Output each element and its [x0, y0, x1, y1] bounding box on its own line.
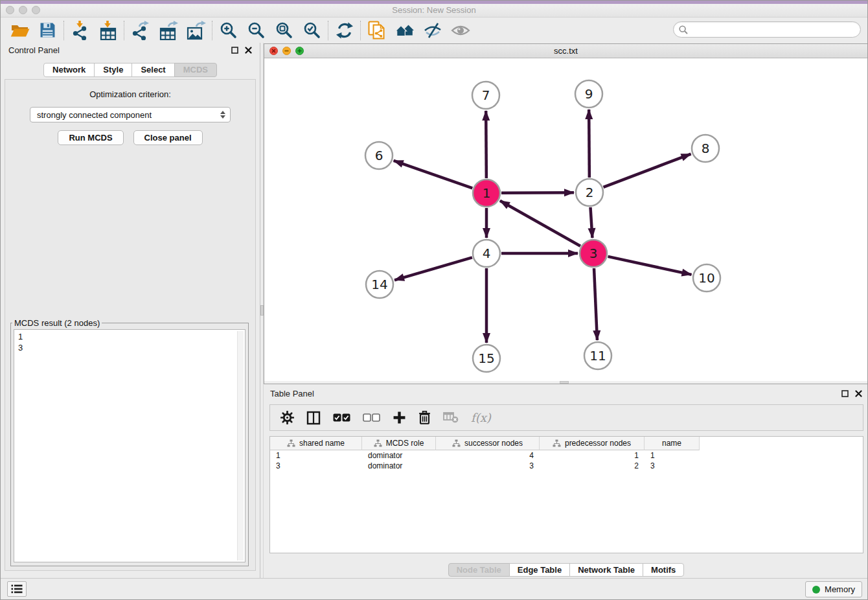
edge-1-7[interactable]: [486, 111, 486, 178]
node-label: 15: [478, 351, 494, 366]
home-icon[interactable]: [391, 19, 418, 41]
edge-2-9[interactable]: [589, 110, 589, 178]
tab-mcds[interactable]: MCDS: [174, 63, 217, 77]
refresh-layout-icon[interactable]: [330, 19, 358, 41]
node-3[interactable]: 3: [580, 240, 607, 267]
save-session-icon[interactable]: [34, 19, 62, 41]
table-cell: dominator: [362, 450, 436, 461]
float-panel-icon[interactable]: [231, 47, 238, 54]
select-all-icon[interactable]: [333, 413, 350, 422]
optimization-criterion-select[interactable]: strongly connected component: [30, 107, 231, 122]
node-7[interactable]: 7: [472, 82, 499, 109]
minimize-network-icon[interactable]: [282, 47, 291, 55]
add-row-icon[interactable]: [393, 411, 406, 424]
column-header-mcds-role[interactable]: MCDS role: [362, 437, 436, 450]
edge-1-6[interactable]: [394, 161, 473, 188]
node-8[interactable]: 8: [692, 135, 719, 162]
column-header-shared-name[interactable]: shared name: [270, 437, 362, 450]
edge-3-11[interactable]: [594, 268, 597, 340]
edge-3-1[interactable]: [500, 201, 580, 246]
close-panel-button[interactable]: Close panel: [133, 130, 203, 145]
memory-button[interactable]: Memory: [805, 581, 862, 597]
show-all-icon[interactable]: [446, 19, 474, 41]
zoom-in-icon[interactable]: [214, 19, 242, 41]
memory-label: Memory: [825, 584, 855, 594]
toolbar-separator: [212, 21, 212, 40]
edge-4-14[interactable]: [394, 257, 472, 280]
titlebar[interactable]: Session: New Session: [1, 4, 867, 17]
node-4[interactable]: 4: [473, 240, 500, 267]
task-history-button[interactable]: [7, 581, 27, 597]
node-14[interactable]: 14: [366, 271, 393, 298]
import-network-icon[interactable]: [66, 19, 94, 41]
search-input[interactable]: [673, 21, 861, 38]
node-label: 2: [586, 185, 594, 200]
export-network-icon[interactable]: [126, 19, 154, 41]
tab-edge-table[interactable]: Edge Table: [509, 563, 570, 577]
export-table-icon[interactable]: [154, 19, 182, 41]
column-header-name[interactable]: name: [645, 437, 700, 450]
mcds-result-text[interactable]: 1 3: [14, 329, 246, 562]
splitter-grip[interactable]: [560, 381, 569, 384]
toolbar-separator: [360, 21, 361, 40]
table-cell: 3: [436, 461, 540, 471]
maximize-window-icon[interactable]: [32, 6, 40, 14]
control-panel-tabs: Network Style Select MCDS: [1, 63, 260, 77]
node-2[interactable]: 2: [576, 179, 603, 206]
tab-network[interactable]: Network: [43, 63, 95, 77]
control-panel: Control Panel Network Style Select MCDS …: [1, 43, 260, 572]
export-image-icon[interactable]: [182, 19, 210, 41]
tab-select[interactable]: Select: [131, 63, 174, 77]
tab-motifs[interactable]: Motifs: [643, 563, 684, 577]
search-icon: [679, 25, 688, 34]
column-header-predecessor-nodes[interactable]: predecessor nodes: [540, 437, 645, 450]
table-panel-title: Table Panel: [270, 389, 314, 398]
network-bottom-splitter[interactable]: [264, 381, 867, 384]
edge-1-2[interactable]: [501, 192, 574, 193]
table-cell: 3: [645, 461, 700, 471]
network-canvas-svg: 7968124314101511: [264, 58, 867, 382]
table-row[interactable]: 3dominator323: [270, 461, 863, 471]
edge-2-8[interactable]: [604, 154, 691, 187]
tree-icon: [374, 439, 382, 447]
delete-table-icon: [443, 412, 459, 423]
node-1[interactable]: 1: [473, 179, 500, 207]
close-network-icon[interactable]: [269, 47, 278, 55]
edge-2-3[interactable]: [590, 207, 592, 238]
tab-node-table[interactable]: Node Table: [448, 563, 510, 577]
node-15[interactable]: 15: [473, 345, 500, 372]
tree-icon: [553, 439, 561, 447]
table-row[interactable]: 1dominator411: [270, 450, 863, 461]
close-panel-icon[interactable]: [245, 47, 252, 54]
network-window-titlebar[interactable]: scc.txt: [264, 44, 867, 58]
hide-selected-icon[interactable]: [418, 19, 446, 41]
result-scrollbar[interactable]: [237, 331, 244, 560]
close-window-icon[interactable]: [6, 6, 14, 14]
delete-row-icon[interactable]: [418, 411, 431, 424]
open-session-icon[interactable]: [6, 19, 34, 41]
node-10[interactable]: 10: [693, 264, 720, 292]
edge-3-10[interactable]: [608, 257, 691, 275]
column-header-successor-nodes[interactable]: successor nodes: [436, 437, 540, 450]
zoom-out-icon[interactable]: [242, 19, 270, 41]
deselect-all-icon[interactable]: [363, 413, 380, 422]
network-canvas[interactable]: 7968124314101511: [264, 58, 867, 381]
network-from-file-icon[interactable]: [363, 19, 391, 41]
zoom-network-icon[interactable]: [295, 47, 304, 55]
node-11[interactable]: 11: [584, 342, 611, 369]
zoom-fit-icon[interactable]: [270, 19, 298, 41]
settings-gear-icon[interactable]: [280, 411, 294, 424]
run-mcds-button[interactable]: Run MCDS: [58, 130, 123, 145]
float-panel-icon[interactable]: [841, 390, 849, 397]
zoom-selected-icon[interactable]: [298, 19, 326, 41]
column-visibility-icon[interactable]: [306, 411, 321, 425]
node-9[interactable]: 9: [575, 80, 602, 108]
tab-network-table[interactable]: Network Table: [569, 563, 643, 577]
minimize-window-icon[interactable]: [19, 6, 27, 14]
close-panel-icon[interactable]: [855, 390, 862, 397]
node-label: 14: [371, 277, 387, 292]
node-table: shared name MCDS role successor nodes pr…: [269, 436, 863, 553]
import-table-icon[interactable]: [94, 19, 122, 41]
tab-style[interactable]: Style: [94, 63, 132, 77]
node-6[interactable]: 6: [365, 142, 393, 169]
